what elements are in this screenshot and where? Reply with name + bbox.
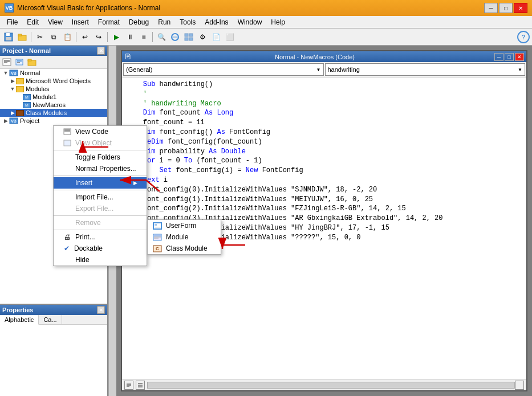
title-bar: VB Microsoft Visual Basic for Applicatio… [0, 0, 532, 16]
expand-modules[interactable]: ▼ [9, 86, 16, 92]
code-dropdown-left[interactable]: (General) ▼ [123, 63, 324, 76]
ctx-normal-properties[interactable]: Normal Properties... [54, 163, 147, 174]
tree-item-modules[interactable]: ▼ Modules [0, 85, 107, 93]
svg-rect-36 [155, 227, 160, 227]
view-split-btn[interactable] [136, 381, 145, 390]
toolbar-stop-icon[interactable]: ■ [137, 31, 150, 43]
menu-help[interactable]: Help [266, 17, 290, 27]
dropdown-left-arrow: ▼ [316, 67, 321, 72]
toolbar-copy-icon[interactable]: ⧉ [47, 31, 60, 43]
svg-rect-2 [6, 37, 11, 40]
code-line: For i = 0 To (font_count - 1) [127, 156, 522, 166]
sub-module[interactable]: Module [148, 231, 221, 243]
userform-icon [152, 222, 163, 230]
toolbar-obj-browser-icon[interactable] [169, 31, 181, 43]
tree-item-word-objects[interactable]: ▶ Microsoft Word Objects [0, 77, 107, 85]
menu-file[interactable]: File [2, 17, 22, 27]
toolbar-redo-icon[interactable]: ↪ [92, 31, 105, 43]
menu-window[interactable]: Window [233, 17, 267, 27]
svg-rect-33 [64, 140, 71, 146]
toolbar-extra2-icon[interactable]: 📄 [210, 31, 222, 43]
minimize-button[interactable]: ─ [484, 3, 498, 13]
toolbar-pause-icon[interactable]: ⏸ [124, 31, 136, 43]
toolbar-extra1-icon[interactable]: ⚙ [196, 31, 209, 43]
view-code-btn[interactable] [124, 381, 133, 390]
expand-normal[interactable]: ▼ [2, 70, 9, 76]
tree-item-class-modules[interactable]: ▶ Class Modules [0, 109, 107, 117]
ctx-print[interactable]: 🖨 Print... [54, 231, 147, 243]
remove-icon [63, 219, 72, 227]
code-maximize-btn[interactable]: □ [505, 53, 514, 61]
menu-debug[interactable]: Debug [124, 17, 153, 27]
class-modules-icon [16, 110, 24, 116]
ctx-hide[interactable]: Hide [54, 254, 147, 266]
menu-run[interactable]: Run [153, 17, 175, 27]
tree-label-word-objects: Microsoft Word Objects [26, 77, 91, 84]
tab-alphabetic[interactable]: Alphabetic [0, 315, 39, 325]
menu-insert[interactable]: Insert [67, 17, 94, 27]
toolbar-save-icon[interactable] [2, 31, 15, 43]
expand-class-modules[interactable]: ▶ [9, 110, 16, 116]
toolbar-paste-icon[interactable]: 📋 [61, 31, 74, 43]
properties-close-button[interactable]: ✕ [97, 306, 105, 314]
svg-text:VB: VB [11, 71, 17, 75]
toolbar-run-icon[interactable]: ▶ [110, 31, 123, 43]
code-line: font_config(1).InitializeWithValues "MEI… [127, 195, 522, 205]
menu-addins[interactable]: Add-Ins [200, 17, 233, 27]
code-line: font_config(2).InitializeWithValues "FZJ… [127, 204, 522, 214]
proj-toggle-folders-icon[interactable] [26, 57, 38, 67]
ctx-sep-2 [54, 175, 147, 176]
ctx-sep-4 [54, 215, 147, 216]
tree-label-normal: Normal [20, 70, 40, 76]
proj-view-code-icon[interactable] [1, 57, 13, 67]
menu-edit[interactable]: Edit [22, 17, 43, 27]
sub-class-module[interactable]: C Class Module [148, 243, 221, 254]
tab-categorized[interactable]: Ca... [39, 315, 62, 324]
toolbar-help-icon[interactable]: ? [517, 31, 530, 43]
code-title-bar: 🖹 Normal - NewMacros (Code) ─ □ ✕ [122, 51, 526, 62]
ctx-import-file[interactable]: Import File... [54, 191, 147, 203]
ctx-dockable[interactable]: ✔ Dockable [54, 243, 147, 254]
toolbar-open-icon[interactable] [16, 31, 29, 43]
svg-rect-8 [189, 34, 193, 36]
maximize-button[interactable]: □ [499, 3, 513, 13]
code-dropdown-right[interactable]: handwriting ▼ [325, 63, 526, 76]
tree-item-module1[interactable]: M Module1 [0, 93, 107, 101]
toolbar-extra3-icon[interactable]: ⬜ [224, 31, 236, 43]
toolbar-grid-icon[interactable] [182, 31, 195, 43]
toolbar-cut-icon[interactable]: ✂ [34, 31, 46, 43]
sub-userform[interactable]: UserForm [148, 220, 221, 231]
toolbar-find-icon[interactable]: 🔍 [155, 31, 168, 43]
view-object-icon [63, 139, 72, 147]
ctx-toggle-folders[interactable]: Toggle Folders [54, 152, 147, 163]
menu-view[interactable]: View [43, 17, 67, 27]
tree-item-normal[interactable]: ▼ VB Normal [0, 69, 107, 77]
tree-item-newmacros[interactable]: M NewMacros [0, 101, 107, 109]
project-close-button[interactable]: ✕ [97, 47, 105, 55]
tree-item-project2[interactable]: ▶ VB Project [0, 117, 107, 125]
horizontal-scrollbar[interactable] [147, 382, 515, 389]
dockable-check-icon: ✔ [63, 244, 71, 252]
tree-label-project2: Project [20, 117, 39, 124]
svg-rect-11 [3, 59, 11, 66]
import-file-icon [63, 193, 72, 201]
close-button[interactable]: ✕ [514, 3, 527, 13]
toolbar-separator-4 [152, 32, 153, 42]
menu-format[interactable]: Format [94, 17, 124, 27]
toolbar-undo-icon[interactable]: ↩ [79, 31, 91, 43]
toolbar: ✂ ⧉ 📋 ↩ ↪ ▶ ⏸ ■ 🔍 ⚙ 📄 ⬜ ? [0, 28, 532, 46]
tree-label-newmacros: NewMacros [33, 101, 66, 108]
window-title: Microsoft Visual Basic for Applications … [17, 4, 160, 12]
code-line: Dim font_count As Long [127, 108, 522, 118]
code-minimize-btn[interactable]: ─ [494, 53, 503, 61]
expand-project2[interactable]: ▶ [2, 118, 9, 124]
code-line: ReDim font_config(font_count) [127, 137, 522, 147]
print-icon: 🖨 [63, 233, 72, 241]
svg-rect-34 [153, 223, 161, 229]
code-close-btn[interactable]: ✕ [515, 53, 524, 61]
proj-view-obj-icon[interactable] [14, 57, 25, 67]
ctx-insert[interactable]: Insert ▶ [54, 177, 147, 189]
menu-tools[interactable]: Tools [175, 17, 200, 27]
expand-word-objects[interactable]: ▶ [9, 78, 16, 84]
ctx-view-code[interactable]: View Code [54, 126, 147, 137]
